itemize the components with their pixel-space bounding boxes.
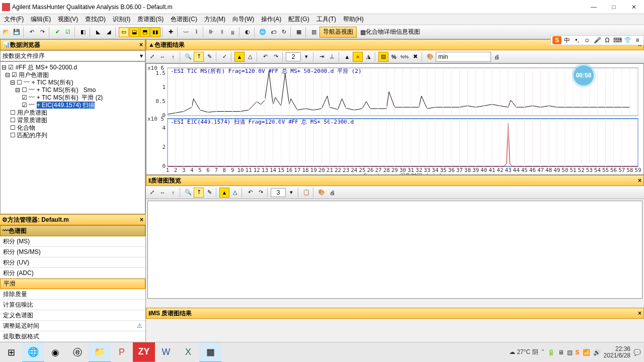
peak-a-icon[interactable]: ▲ [342, 52, 352, 62]
method-item[interactable]: 调整延迟时间 [0, 321, 145, 331]
chromatogram-section[interactable]: 〰 色谱图 [0, 225, 145, 236]
tool-icon[interactable]: ◧ [78, 27, 88, 37]
print-icon[interactable]: 🖨 [492, 52, 502, 62]
color-icon[interactable]: 🎨 [316, 188, 327, 198]
autoscale-icon[interactable]: ⤒ [194, 52, 204, 62]
table2-icon[interactable]: ▥ [309, 27, 319, 37]
chrome-icon[interactable]: ◉ [44, 342, 66, 363]
method-item[interactable]: 积分 (ADC) [0, 268, 145, 279]
explorer-icon[interactable]: 📁 [89, 342, 111, 363]
tray-icon2[interactable]: ▤ [567, 349, 573, 356]
3d-icon[interactable]: ◐ [243, 27, 253, 37]
menu-item[interactable]: 查找(D) [83, 14, 108, 25]
navigator-view-button[interactable]: 导航器视图 [319, 27, 357, 38]
arrow-up-icon[interactable]: ↑ [168, 52, 178, 62]
weather-widget[interactable]: ☁ 27°C 阴 [509, 348, 538, 356]
mode-b-icon[interactable]: △ [245, 52, 255, 62]
percent-icon[interactable]: % [389, 52, 399, 62]
clock[interactable]: 22:362021/6/28 [604, 346, 630, 359]
menu-item[interactable]: 识别(I) [111, 14, 132, 25]
arrows-h-icon[interactable]: ↔ [157, 188, 168, 198]
menu-item[interactable]: 操作(A) [259, 14, 283, 25]
ime-icon[interactable]: S [576, 349, 580, 356]
close-icon[interactable]: × [140, 216, 143, 223]
mode-a-icon[interactable]: ▲ [234, 52, 245, 62]
ime-emoji-icon[interactable]: ☺ [583, 36, 592, 44]
maximize-button[interactable]: □ [604, 0, 624, 14]
xout-icon[interactable]: ✖ [410, 52, 420, 62]
ms2-icon[interactable]: ⫴ [217, 27, 227, 37]
chromatogram-plot[interactable]: 00.511.5x10 6-ESI TIC MS(所有) Frag=120.0V… [146, 63, 644, 175]
close-icon[interactable]: × [139, 41, 143, 48]
app-zy-icon[interactable]: ZY [133, 342, 155, 363]
spectrum2-icon[interactable]: ◢ [104, 27, 114, 37]
peak-pick-icon[interactable]: ✓ [219, 52, 229, 62]
annotate-icon[interactable]: ✎ [204, 52, 214, 62]
ms-preview-plot[interactable] [147, 201, 642, 299]
tray-battery-icon[interactable]: 🔋 [547, 349, 555, 356]
menu-item[interactable]: 文件(F) [2, 14, 26, 25]
excel-icon[interactable]: X [177, 342, 199, 363]
ime-omega-icon[interactable]: Ω [603, 36, 612, 44]
zoom-out-icon[interactable]: 🔍 [183, 188, 193, 198]
sort-dropdown[interactable]: 按数据文件排序 [0, 50, 145, 61]
menu-item[interactable]: 视图(V) [56, 14, 80, 25]
globe-icon[interactable]: 🌐 [258, 27, 268, 37]
peak-chart-icon[interactable]: ⬓ [129, 27, 139, 37]
check-green-icon[interactable]: ✔ [52, 27, 62, 37]
layout1-icon[interactable]: ▭ [119, 27, 129, 37]
method-item[interactable]: 排除质量 [0, 289, 145, 300]
minimize-button[interactable]: ― [584, 0, 604, 14]
menu-item[interactable]: 向导(W) [230, 14, 256, 25]
goto-icon[interactable]: ⇥ [316, 52, 327, 62]
redo-icon[interactable]: ↷ [256, 188, 266, 198]
unit-dropdown[interactable]: min [436, 52, 491, 62]
autoscale-icon[interactable]: ⤒ [194, 188, 204, 198]
method-item[interactable]: 平滑 [0, 279, 145, 289]
data-tree[interactable]: ⊟ ☑ #FF 总 MS+ 50-2000.d ⊟ ☑ 用户色谱图 ⊟ ☐ 〰 … [0, 61, 145, 214]
method-item[interactable]: 计算信噪比 [0, 300, 145, 310]
ime-kb-icon[interactable]: ⌨ [613, 36, 622, 44]
ie-icon[interactable]: ⓔ [66, 342, 89, 363]
arrow-up-icon[interactable]: ↑ [168, 188, 178, 198]
compound-view-button[interactable]: ▦ 化合物详细信息视图 [357, 27, 423, 38]
word-icon[interactable]: W [155, 342, 177, 363]
ime-tool-icon[interactable]: ≡ [633, 36, 642, 44]
check-box-icon[interactable]: ☑ [63, 27, 73, 37]
percent-box-icon[interactable]: ▨ [378, 52, 388, 62]
baseline2-icon[interactable]: ⌇ [191, 27, 201, 37]
refresh-icon[interactable]: ↻ [279, 27, 289, 37]
ime-punct-icon[interactable]: •, [573, 36, 582, 44]
mode-b-icon[interactable]: △ [230, 188, 240, 198]
undo-icon[interactable]: ↶ [260, 52, 270, 62]
mode-a-icon[interactable]: ▲ [219, 188, 229, 198]
spin-icon[interactable]: ▾ [286, 188, 296, 198]
ime-lang-icon[interactable]: 中 [562, 36, 572, 44]
method-item[interactable]: 积分 (MS/MS) [0, 247, 145, 257]
expand-icon[interactable]: ⤢ [147, 52, 157, 62]
method-item[interactable]: 积分 (MS) [0, 236, 145, 247]
menu-item[interactable]: 配置(G) [286, 14, 311, 25]
zoom-out-icon[interactable]: 🔍 [183, 52, 193, 62]
volume-icon[interactable]: 🔊 [593, 349, 601, 356]
tray-icon[interactable]: 🖥 [558, 349, 564, 356]
close-button[interactable]: ✕ [624, 0, 644, 14]
baseline-tool-icon[interactable]: ⊥ [327, 52, 337, 62]
undo-icon[interactable]: ↶ [245, 188, 255, 198]
wifi-icon[interactable]: 📶 [583, 349, 590, 356]
start-button[interactable]: ⊞ [0, 342, 22, 363]
method-item[interactable]: 定义色谱图 [0, 310, 145, 321]
close-icon[interactable]: × [638, 310, 641, 317]
redo-icon[interactable]: ↷ [271, 52, 281, 62]
notifications-icon[interactable]: 💬 [633, 349, 641, 356]
browser-icon[interactable]: 🌐 [22, 342, 44, 363]
baseline-icon[interactable]: 〰 [181, 27, 191, 37]
undo-icon[interactable]: ↶ [27, 27, 37, 37]
menu-item[interactable]: 编辑(E) [29, 14, 53, 25]
frame-number[interactable] [286, 52, 301, 61]
menu-item[interactable]: 工具(T) [314, 14, 338, 25]
menu-item[interactable]: 方法(M) [202, 14, 227, 25]
spin-icon[interactable]: ▾ [301, 52, 311, 62]
arrows-h-icon[interactable]: ↔ [157, 52, 168, 62]
copy-icon[interactable]: 📋 [301, 188, 311, 198]
